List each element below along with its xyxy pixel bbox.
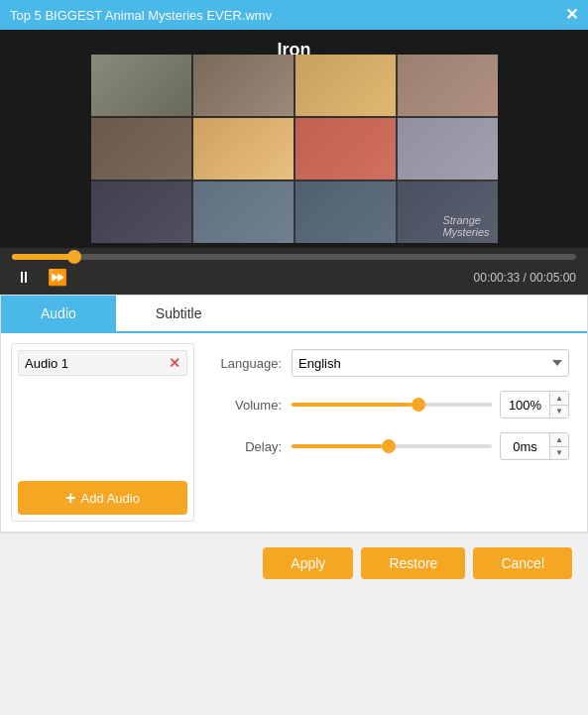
delay-up-button[interactable]: ▲ <box>550 433 568 447</box>
video-grid <box>91 55 498 243</box>
delay-slider-thumb[interactable] <box>382 439 396 453</box>
volume-slider-fill <box>292 403 412 407</box>
settings-panel: Language: English French Spanish German … <box>204 343 577 522</box>
volume-spinner: 100% ▲ ▼ <box>500 391 569 418</box>
controls-row: ⏸ ⏩ 00:00:33 / 00:05:00 <box>12 266 576 289</box>
delay-label: Delay: <box>212 439 282 454</box>
cancel-button[interactable]: Cancel <box>473 547 572 579</box>
delay-down-button[interactable]: ▼ <box>550 447 568 460</box>
add-audio-label: Add Audio <box>81 491 140 506</box>
volume-row: Volume: 100% ▲ ▼ <box>212 391 569 418</box>
volume-label: Volume: <box>212 398 282 413</box>
delay-spinner-btns: ▲ ▼ <box>549 433 568 459</box>
volume-spinner-btns: ▲ ▼ <box>549 392 568 417</box>
volume-up-button[interactable]: ▲ <box>550 392 568 406</box>
progress-thumb[interactable] <box>67 250 81 264</box>
grid-cell <box>295 55 396 116</box>
close-button[interactable]: ✕ <box>565 7 578 23</box>
main-content: Audio Subtitle Audio 1 ✕ + Add Audio Lan… <box>0 295 588 533</box>
grid-cell <box>398 55 498 116</box>
time-separator: / <box>524 271 527 285</box>
track-label: Audio 1 <box>25 356 68 371</box>
time-elapsed: 00:00:33 <box>474 271 521 285</box>
tab-subtitle[interactable]: Subtitle <box>116 296 242 331</box>
volume-slider-thumb[interactable] <box>412 398 425 412</box>
progress-bar[interactable] <box>12 254 576 260</box>
track-remove-button[interactable]: ✕ <box>169 355 180 371</box>
add-audio-button[interactable]: + Add Audio <box>18 481 187 515</box>
grid-cell <box>91 181 191 243</box>
tab-audio[interactable]: Audio <box>1 296 116 331</box>
time-display: 00:00:33 / 00:05:00 <box>474 271 576 285</box>
grid-cell <box>398 118 498 179</box>
volume-control: 100% ▲ ▼ <box>292 391 569 418</box>
tab-content: Audio 1 ✕ + Add Audio Language: English … <box>1 333 587 532</box>
restore-button[interactable]: Restore <box>361 547 465 579</box>
video-area: Iron StrangeMysteries <box>0 30 588 248</box>
video-watermark: StrangeMysteries <box>442 214 489 238</box>
plus-icon: + <box>65 489 76 507</box>
bottom-bar: Apply Restore Cancel <box>0 533 588 593</box>
volume-value: 100% <box>501 398 549 413</box>
grid-cell <box>295 181 396 243</box>
tabs-row: Audio Subtitle <box>1 296 587 333</box>
delay-spinner: 0ms ▲ ▼ <box>500 432 569 460</box>
video-thumbnail: StrangeMysteries <box>91 55 498 243</box>
volume-slider-container[interactable] <box>292 395 492 415</box>
audio-track-item: Audio 1 ✕ <box>18 350 187 376</box>
language-label: Language: <box>212 356 282 371</box>
delay-row: Delay: 0ms ▲ ▼ <box>212 432 569 460</box>
controls-bar: ⏸ ⏩ 00:00:33 / 00:05:00 <box>0 248 588 295</box>
time-duration: 00:05:00 <box>529 271 576 285</box>
language-dropdown[interactable]: English French Spanish German Japanese <box>292 349 569 377</box>
language-control: English French Spanish German Japanese <box>292 349 569 377</box>
grid-cell <box>295 118 396 179</box>
language-row: Language: English French Spanish German … <box>212 349 569 377</box>
grid-cell <box>193 118 294 179</box>
progress-fill <box>12 254 74 260</box>
controls-left: ⏸ ⏩ <box>12 266 71 289</box>
grid-cell <box>193 181 294 243</box>
apply-button[interactable]: Apply <box>263 547 353 579</box>
delay-control: 0ms ▲ ▼ <box>292 432 569 460</box>
play-pause-button[interactable]: ⏸ <box>12 267 36 289</box>
title-bar: Top 5 BIGGEST Animal Mysteries EVER.wmv … <box>0 0 588 30</box>
volume-down-button[interactable]: ▼ <box>550 406 568 418</box>
grid-cell <box>91 55 191 116</box>
grid-cell <box>193 55 294 116</box>
fast-forward-button[interactable]: ⏩ <box>44 266 71 289</box>
grid-cell <box>91 118 191 179</box>
delay-slider-container[interactable] <box>292 436 492 456</box>
volume-slider-track <box>292 403 492 407</box>
delay-slider-fill <box>292 444 382 448</box>
delay-value: 0ms <box>501 439 549 454</box>
title-bar-text: Top 5 BIGGEST Animal Mysteries EVER.wmv <box>10 8 272 23</box>
audio-tracks-panel: Audio 1 ✕ + Add Audio <box>11 343 194 522</box>
